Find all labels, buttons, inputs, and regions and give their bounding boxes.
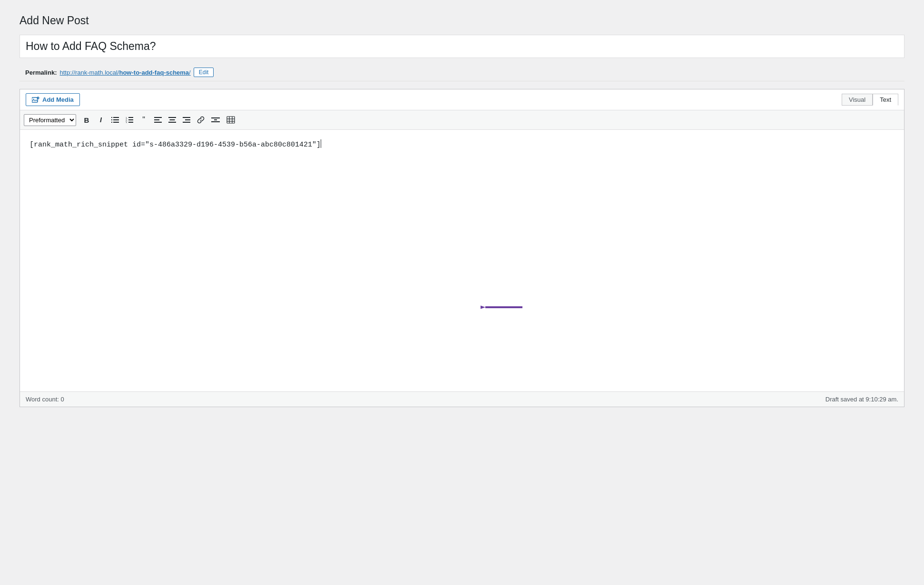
svg-rect-19 (168, 117, 176, 118)
svg-rect-5 (113, 117, 119, 118)
permalink-link[interactable]: http://rank-math.local/how-to-add-faq-sc… (59, 69, 190, 76)
svg-rect-24 (183, 122, 190, 123)
italic-button[interactable]: I (94, 113, 108, 127)
svg-rect-20 (170, 119, 175, 120)
word-count: Word count: 0 (26, 396, 64, 403)
svg-rect-25 (211, 117, 220, 118)
align-right-button[interactable] (180, 113, 193, 127)
format-select[interactable]: Preformatted Paragraph Heading 1 Heading… (24, 114, 76, 126)
more-button[interactable] (208, 113, 223, 127)
tab-text[interactable]: Text (873, 94, 898, 106)
svg-rect-22 (183, 117, 190, 118)
svg-rect-9 (113, 122, 119, 123)
add-media-button[interactable]: Add Media (26, 93, 80, 106)
text-cursor (321, 139, 321, 148)
svg-rect-11 (128, 117, 133, 118)
svg-text:3.: 3. (126, 121, 128, 123)
svg-rect-7 (113, 119, 119, 120)
editor-content: [rank_math_rich_snippet id="s-486a3329-d… (29, 141, 321, 149)
editor-wrapper: Add Media Visual Text Preformatted Parag… (20, 89, 904, 407)
post-title-input[interactable] (20, 35, 904, 58)
svg-rect-23 (185, 119, 190, 120)
ordered-list-button[interactable]: 1.2.3. (123, 113, 136, 127)
page-title: Add New Post (20, 14, 904, 27)
editor-top-bar: Add Media Visual Text (20, 89, 904, 110)
draft-saved: Draft saved at 9:10:29 am. (826, 396, 898, 403)
svg-rect-21 (168, 122, 176, 123)
permalink-bar: Permalink: http://rank-math.local/how-to… (20, 64, 904, 81)
arrow-annotation (481, 299, 523, 316)
editor-area[interactable]: [rank_math_rich_snippet id="s-486a3329-d… (20, 130, 904, 391)
bold-button[interactable]: B (80, 113, 93, 127)
unordered-list-button[interactable] (108, 113, 122, 127)
view-tabs: Visual Text (842, 94, 898, 106)
table-button[interactable] (224, 113, 238, 127)
add-media-icon (32, 97, 39, 103)
svg-rect-16 (154, 117, 162, 118)
svg-rect-8 (111, 122, 112, 123)
svg-rect-27 (214, 119, 217, 120)
svg-rect-15 (128, 122, 133, 123)
editor-toolbar: Preformatted Paragraph Heading 1 Heading… (20, 110, 904, 130)
tab-visual[interactable]: Visual (842, 94, 873, 106)
add-media-label: Add Media (42, 96, 74, 103)
svg-rect-13 (128, 119, 133, 120)
permalink-label: Permalink: (25, 69, 57, 76)
editor-footer: Word count: 0 Draft saved at 9:10:29 am. (20, 391, 904, 407)
svg-rect-4 (111, 117, 112, 118)
svg-rect-6 (111, 119, 112, 120)
permalink-edit-button[interactable]: Edit (194, 68, 214, 77)
svg-rect-28 (227, 117, 235, 123)
svg-rect-26 (211, 121, 220, 122)
align-left-button[interactable] (151, 113, 165, 127)
link-button[interactable] (194, 113, 207, 127)
svg-rect-17 (154, 119, 159, 120)
blockquote-button[interactable]: " (137, 113, 150, 127)
align-center-button[interactable] (166, 113, 179, 127)
svg-rect-18 (154, 122, 162, 123)
